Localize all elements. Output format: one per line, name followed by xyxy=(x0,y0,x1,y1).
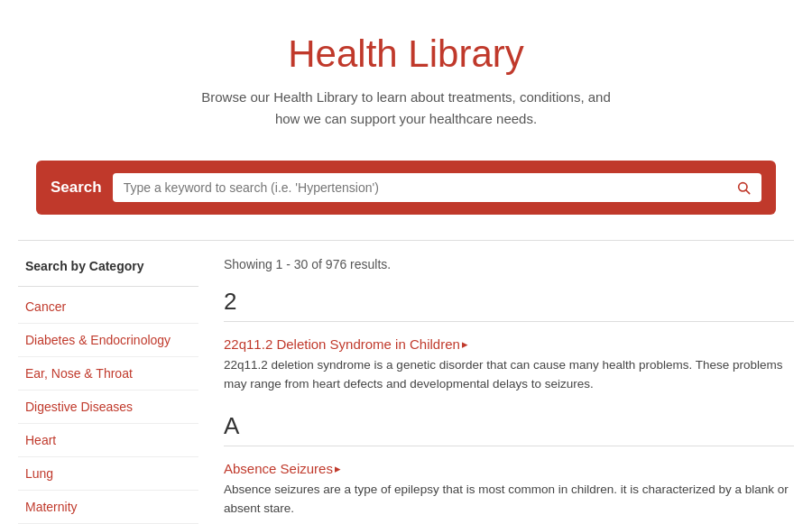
sidebar-heading: Search by Category xyxy=(18,252,198,287)
search-input[interactable] xyxy=(124,180,729,195)
subtitle-line2: how we can support your healthcare needs… xyxy=(275,111,537,126)
alpha-section: AAbsence Seizures▸Absence seizures are a… xyxy=(224,412,794,524)
result-title[interactable]: 22q11.2 Deletion Syndrome in Children▸ xyxy=(224,336,468,352)
alpha-heading: A xyxy=(224,412,794,446)
arrow-icon: ▸ xyxy=(335,462,341,475)
alpha-section: 222q11.2 Deletion Syndrome in Children▸2… xyxy=(224,288,794,394)
subtitle-line1: Browse our Health Library to learn about… xyxy=(201,89,611,105)
result-description: Absence seizures are a type of epilepsy … xyxy=(224,481,794,519)
sidebar-items-container: CancerDiabetes & EndocrinologyEar, Nose … xyxy=(18,290,198,524)
result-title[interactable]: Absence Seizures▸ xyxy=(224,461,341,476)
sidebar-item[interactable]: Digestive Diseases xyxy=(18,391,198,424)
results-summary: Showing 1 - 30 of 976 results. xyxy=(224,252,794,271)
sidebar-item[interactable]: Cancer xyxy=(18,290,198,324)
sidebar-item[interactable]: Heart xyxy=(18,424,198,457)
sidebar-item[interactable]: Diabetes & Endocrinology xyxy=(18,324,198,357)
page-header: Health Library Browse our Health Library… xyxy=(0,0,812,152)
search-icon xyxy=(736,180,751,195)
results-sections: 222q11.2 Deletion Syndrome in Children▸2… xyxy=(224,288,794,524)
search-label: Search xyxy=(51,179,102,197)
search-bar: Search xyxy=(36,161,776,215)
alpha-heading: 2 xyxy=(224,288,794,322)
arrow-icon: ▸ xyxy=(462,337,468,351)
result-item: 22q11.2 Deletion Syndrome in Children▸22… xyxy=(224,336,794,394)
svg-line-1 xyxy=(746,190,750,194)
sidebar: Search by Category CancerDiabetes & Endo… xyxy=(18,240,198,524)
page-wrapper: Health Library Browse our Health Library… xyxy=(0,0,812,524)
content-area: Showing 1 - 30 of 976 results. 222q11.2 … xyxy=(198,240,794,524)
sidebar-item[interactable]: Lung xyxy=(18,457,198,491)
result-description: 22q11.2 deletion syndrome is a genetic d… xyxy=(224,356,794,394)
sidebar-item[interactable]: Ear, Nose & Throat xyxy=(18,357,198,391)
sidebar-item[interactable]: Maternity xyxy=(18,491,198,524)
search-button[interactable] xyxy=(736,180,751,195)
main-layout: Search by Category CancerDiabetes & Endo… xyxy=(0,240,812,524)
search-input-wrapper xyxy=(113,173,761,202)
page-title: Health Library xyxy=(18,32,794,76)
result-item: Absence Seizures▸Absence seizures are a … xyxy=(224,461,794,519)
header-subtitle: Browse our Health Library to learn about… xyxy=(18,87,794,130)
